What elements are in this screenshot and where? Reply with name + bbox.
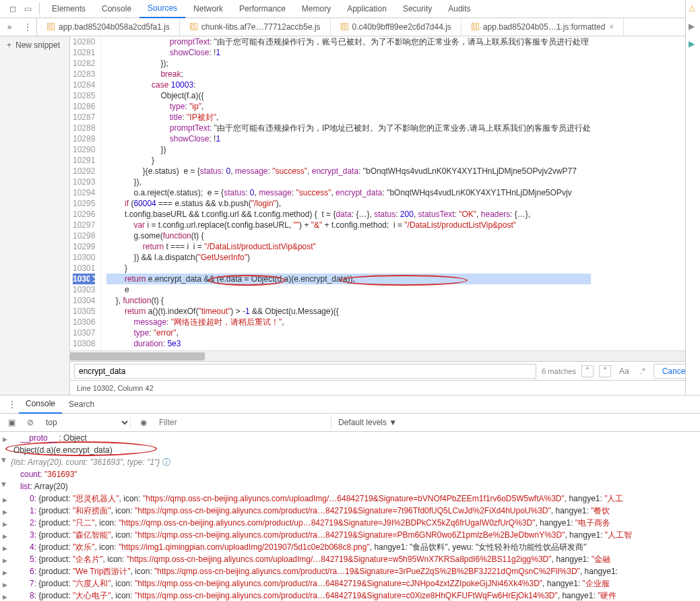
- next-match-button[interactable]: ˅: [599, 365, 611, 377]
- new-snippet-button[interactable]: +New snippet: [0, 36, 69, 54]
- drawer-tab-search[interactable]: Search: [62, 396, 101, 413]
- tab-network[interactable]: Network: [185, 0, 231, 18]
- plus-icon: +: [7, 40, 11, 50]
- tab-sources[interactable]: Sources: [139, 0, 185, 18]
- list-item[interactable]: ▶4: {product: "欢乐", icon: "https://img1.…: [1, 541, 700, 553]
- js-icon: 🞖: [340, 22, 348, 32]
- list-item[interactable]: ▶5: {product: "企名片", icon: "https://qmp.…: [1, 553, 700, 565]
- file-tab-3[interactable]: 🞖app.bad85204b05…1.js:formatted×: [462, 18, 624, 36]
- tab-performance[interactable]: Performance: [231, 0, 294, 18]
- js-icon: 🞖: [471, 22, 479, 32]
- regex-toggle[interactable]: .*: [637, 367, 648, 376]
- levels-select[interactable]: Default levels ▼: [338, 418, 397, 427]
- list-item[interactable]: ▶1: {product: "和府捞面", icon: "https://qmp…: [1, 505, 700, 517]
- h-scrollbar[interactable]: [70, 350, 700, 361]
- case-toggle[interactable]: Aa: [616, 367, 632, 376]
- devtools-tabs: ◻ ▭ Elements Console Sources Network Per…: [0, 0, 700, 18]
- file-tab-2[interactable]: 🞖0.c40b9bff89ee2c6d7d44.js: [331, 18, 462, 36]
- tab-security[interactable]: Security: [395, 0, 440, 18]
- js-icon: 🞖: [46, 22, 55, 32]
- search-input[interactable]: [74, 364, 536, 379]
- search-bar: 6 matches ˄ ˅ Aa .* Cancel: [70, 361, 700, 380]
- eye-icon[interactable]: ◉: [137, 418, 150, 427]
- match-count: 6 matches: [542, 367, 576, 375]
- console-expression: Object(d.a)(e.encrypt_data): [1, 444, 700, 456]
- list-item[interactable]: ▶6: {product: "We Trip西游计", icon: "https…: [1, 565, 700, 577]
- file-tab-0[interactable]: 🞖app.bad85204b058a2cd5fa1.js: [37, 18, 180, 36]
- chevron-right-icon[interactable]: »: [0, 22, 19, 32]
- arrow-icon[interactable]: ▶: [689, 39, 698, 49]
- code-pane[interactable]: promptText: "由于您可能有违规操作行为，账号已被封。为了不影响您的正…: [101, 36, 590, 350]
- tab-application[interactable]: Application: [339, 0, 395, 18]
- more-icon[interactable]: ⋮: [5, 400, 19, 409]
- arrow-icon[interactable]: ▶: [689, 22, 698, 31]
- inspect-icon[interactable]: ◻: [5, 1, 20, 16]
- drawer-tab-console[interactable]: Console: [19, 395, 62, 414]
- source-file-row: » ⋮ 🞖app.bad85204b058a2cd5fa1.js 🞖chunk-…: [0, 18, 700, 36]
- context-select[interactable]: top: [43, 417, 131, 428]
- clear-console-icon[interactable]: ⊘: [24, 418, 36, 427]
- tab-elements[interactable]: Elements: [44, 0, 94, 18]
- close-icon[interactable]: ×: [609, 22, 614, 32]
- side-pane: +New snippet: [0, 36, 70, 395]
- file-tabs: 🞖app.bad85204b058a2cd5fa1.js 🞖chunk-libs…: [36, 18, 684, 36]
- warning-icon[interactable]: ⚠: [689, 4, 698, 13]
- tab-audits[interactable]: Audits: [440, 0, 478, 18]
- js-icon: 🞖: [189, 22, 197, 32]
- prev-match-button[interactable]: ˄: [581, 365, 594, 377]
- list-item[interactable]: ▶8: {product: "大心电子", icon: "https://qmp…: [1, 590, 700, 601]
- status-bar: Line 10302, Column 42: [70, 380, 700, 395]
- line-gutter[interactable]: 1028010281102821028310284102851028610287…: [70, 36, 101, 350]
- console-body[interactable]: ▶__proto__ : Object Object(d.a)(e.encryp…: [0, 432, 700, 601]
- tab-memory[interactable]: Memory: [294, 0, 339, 18]
- right-strip: ⚠ ▶ ▶: [685, 0, 700, 394]
- tab-console[interactable]: Console: [94, 0, 139, 18]
- list-item[interactable]: ▶3: {product: "森亿智能", icon: "https://qmp…: [1, 529, 700, 541]
- list-item[interactable]: ▶7: {product: "六度人和", icon: "https://qmp…: [1, 577, 700, 590]
- device-icon[interactable]: ▭: [20, 1, 35, 16]
- console-filter-input[interactable]: [156, 416, 331, 429]
- sidebar-toggle-icon[interactable]: ▣: [5, 418, 18, 427]
- console-toolbar: ▣ ⊘ top ◉ Default levels ▼: [0, 414, 700, 432]
- drawer-tabs: ⋮ Console Search: [0, 395, 700, 414]
- list-item[interactable]: ▶0: {product: "思灵机器人", icon: "https://qm…: [1, 493, 700, 505]
- file-tab-1[interactable]: 🞖chunk-libs.af7e…77712accb5e.js: [180, 18, 331, 36]
- list-item[interactable]: ▶2: {product: "只二", icon: "https://qmp.o…: [1, 517, 700, 529]
- cursor-position: Line 10302, Column 42: [77, 384, 154, 392]
- more-icon[interactable]: ⋮: [19, 22, 36, 32]
